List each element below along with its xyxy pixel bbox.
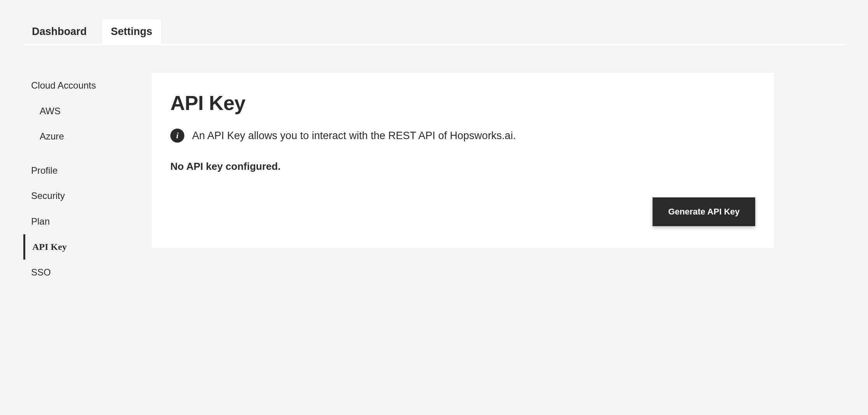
api-key-status: No API key configured.: [170, 160, 755, 173]
sidebar-item-plan[interactable]: Plan: [23, 209, 136, 234]
info-row: i An API Key allows you to interact with…: [170, 129, 755, 143]
sidebar-item-azure[interactable]: Azure: [23, 124, 136, 149]
generate-api-key-button[interactable]: Generate API Key: [653, 197, 755, 226]
settings-sidebar: Cloud Accounts AWS Azure Profile Securit…: [23, 73, 136, 285]
tab-settings[interactable]: Settings: [102, 19, 161, 44]
sidebar-item-sso[interactable]: SSO: [23, 260, 136, 285]
sidebar-item-cloud-accounts[interactable]: Cloud Accounts: [23, 73, 136, 98]
sidebar-item-api-key[interactable]: API Key: [23, 234, 136, 260]
sidebar-item-security[interactable]: Security: [23, 183, 136, 209]
page-title: API Key: [170, 91, 755, 115]
api-key-card: API Key i An API Key allows you to inter…: [152, 73, 774, 248]
tab-dashboard[interactable]: Dashboard: [23, 19, 95, 44]
info-icon: i: [170, 129, 184, 143]
top-tabs: Dashboard Settings: [23, 19, 845, 45]
main-content: API Key i An API Key allows you to inter…: [152, 73, 774, 285]
sidebar-item-profile[interactable]: Profile: [23, 158, 136, 183]
button-row: Generate API Key: [170, 197, 755, 226]
sidebar-item-aws[interactable]: AWS: [23, 98, 136, 124]
info-text: An API Key allows you to interact with t…: [192, 130, 516, 142]
